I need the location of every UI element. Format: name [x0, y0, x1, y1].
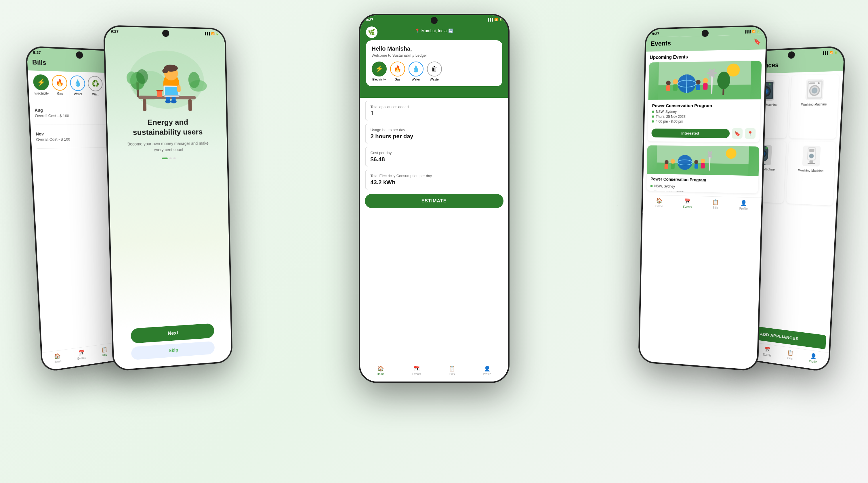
cat-waste[interactable]: 🗑 Waste: [427, 62, 442, 81]
stats-consumption-value: 43.2 kWh: [371, 179, 499, 186]
svg-rect-41: [696, 85, 700, 90]
svg-rect-15: [165, 87, 179, 95]
svg-rect-16: [177, 85, 181, 92]
events-bottom-nav: 🏠 Home 📅 Events 📋 Bills 👤 Profile: [643, 195, 762, 217]
event-dot-time-1: [652, 120, 654, 123]
cat-electricity-label: Electricity: [372, 77, 386, 81]
appliance-card-2[interactable]: Washing Machine: [789, 74, 839, 139]
home-nav-profile[interactable]: 👤 Profile: [483, 365, 491, 376]
event-svg-1: [658, 61, 751, 100]
svg-rect-4: [188, 99, 192, 111]
home-status-time: 9:27: [366, 18, 373, 22]
svg-rect-88: [809, 149, 814, 152]
gas-label: Gas: [57, 92, 63, 95]
washing-machine-svg-2: [806, 79, 824, 99]
bills-nav-home[interactable]: 🏠 Home: [53, 352, 61, 364]
events-nav-bills[interactable]: 📋 Bills: [712, 199, 719, 210]
svg-rect-43: [703, 83, 708, 89]
waste-label: Wa...: [92, 92, 99, 96]
events-nav-bills-label: Bills: [713, 206, 718, 210]
appliances-nav-bills-label: Bills: [787, 356, 793, 360]
cat-gas-label: Gas: [395, 77, 400, 81]
stats-total-appliances: Total appliances added 1: [365, 101, 503, 121]
svg-rect-91: [807, 163, 815, 164]
cat-waste-icon: 🗑: [427, 62, 442, 76]
home-notch: [431, 17, 438, 24]
small-appliance-svg: [804, 146, 818, 166]
gas-icon: 🔥: [52, 75, 68, 91]
cat-water-label: Water: [412, 77, 420, 81]
stats-appliances-value: 1: [371, 110, 499, 117]
bill-tab-water[interactable]: 💧 Water: [70, 75, 86, 96]
bills-nav-events-label: Events: [78, 356, 86, 360]
events-bookmark-icon[interactable]: 🔖: [753, 38, 761, 45]
home-nav-events[interactable]: 📅 Events: [412, 365, 421, 376]
appliance-card-4[interactable]: Washing Machine: [786, 141, 836, 205]
stats-usage-label: Usage hours per day: [371, 128, 499, 132]
bill-tab-electricity[interactable]: ⚡ Electricity: [33, 74, 50, 95]
event-card-2: Power Conservation Program NSW, Sydney T…: [647, 146, 760, 193]
home-nav-bills[interactable]: 📋 Bills: [449, 365, 455, 376]
onboard-subtitle: Become your own money manager and make e…: [123, 140, 213, 154]
events-status-time: 9:27: [652, 32, 659, 36]
onboard-status-icons: ▐▐▐📶🔋: [204, 32, 219, 35]
app-logo: 🌿: [366, 27, 377, 38]
appliance-name-2: Washing Machine: [801, 102, 827, 106]
greeting-subtitle: Welcome to Sustainability Ledger: [372, 53, 497, 58]
cat-electricity-icon: ⚡: [372, 62, 387, 76]
event-actions-1: Interested 🔖 📍: [647, 128, 760, 142]
onboard-illustration-svg: [119, 41, 213, 118]
onboard-status-time: 9:27: [111, 29, 119, 34]
interested-button-1[interactable]: Interested: [651, 129, 730, 138]
onboard-title: Energy and sustainability users: [122, 118, 213, 138]
home-status-icons: ▐▐▐📶🔋: [487, 18, 502, 21]
bills-nav-events[interactable]: 📅 Events: [77, 349, 86, 360]
appliances-nav-events[interactable]: 📅 Events: [763, 346, 772, 357]
phone-home: 9:27 ▐▐▐📶🔋 🌿 📍 Mumbai, India 🔄: [359, 14, 509, 382]
estimate-button[interactable]: ESTIMATE: [365, 194, 503, 208]
bill-month-nov: Nov: [36, 131, 70, 136]
dot-2: [169, 157, 172, 159]
bills-nav-bills[interactable]: 📋 Bills: [101, 346, 107, 357]
event-image-2: [647, 146, 759, 176]
home-nav-profile-label: Profile: [483, 373, 491, 376]
home-nav-home[interactable]: 🏠 Home: [377, 365, 385, 376]
dot-3: [173, 157, 176, 159]
events-nav-events[interactable]: 📅 Events: [683, 198, 692, 209]
onboard-buttons: Next Skip: [113, 322, 231, 370]
electricity-label: Electricity: [34, 91, 49, 95]
cat-electricity[interactable]: ⚡ Electricity: [372, 62, 387, 81]
bookmark-button-1[interactable]: 🔖: [732, 128, 743, 139]
svg-rect-56: [664, 164, 668, 169]
appliances-nav-profile[interactable]: 👤 Profile: [809, 352, 818, 364]
appliances-nav-bills[interactable]: 📋 Bills: [787, 349, 794, 360]
svg-rect-3: [143, 99, 147, 111]
event-info-1: Power Conservation Program NSW, Sydney T…: [648, 99, 761, 128]
appliances-nav-profile-label: Profile: [809, 360, 817, 364]
skip-button[interactable]: Skip: [131, 341, 215, 360]
category-tabs: ⚡ Electricity 🔥 Gas 💧 Water 🗑: [372, 62, 497, 81]
bill-tab-gas[interactable]: 🔥 Gas: [52, 75, 68, 95]
home-greeting-card: Hello Manisha, Welcome to Sustainability…: [366, 40, 502, 86]
events-nav-home[interactable]: 🏠 Home: [655, 197, 663, 208]
events-nav-home-label: Home: [655, 204, 663, 208]
stats-cost-per-day: Cost per day $6.48: [365, 147, 503, 167]
bill-tab-waste[interactable]: ♻️ Wa...: [88, 76, 103, 96]
appliances-nav-events-label: Events: [763, 353, 771, 357]
home-top-row: 🌿 📍 Mumbai, India 🔄: [366, 27, 502, 38]
onboard-text: Energy and sustainability users Become y…: [116, 118, 219, 154]
phone-events: 9:27 ▐▐▐📶🔋 Events 🔖 Upcoming Events: [639, 26, 767, 371]
event-dot-loc-2: [651, 185, 653, 187]
location-button-1[interactable]: 📍: [745, 128, 756, 139]
home-nav-events-label: Events: [412, 373, 421, 376]
phone-onboarding: 9:27 ▐▐▐📶🔋: [103, 26, 232, 371]
appliance-img-2: [805, 79, 824, 100]
cat-water[interactable]: 💧 Water: [408, 62, 424, 81]
water-icon: 💧: [70, 75, 85, 91]
home-nav-bills-label: Bills: [450, 373, 455, 376]
events-nav-profile[interactable]: 👤 Profile: [739, 200, 748, 211]
event-card-1: Power Conservation Program NSW, Sydney T…: [647, 61, 762, 142]
cat-gas[interactable]: 🔥 Gas: [390, 62, 405, 81]
events-title: Events: [651, 40, 671, 48]
svg-rect-90: [809, 160, 813, 163]
